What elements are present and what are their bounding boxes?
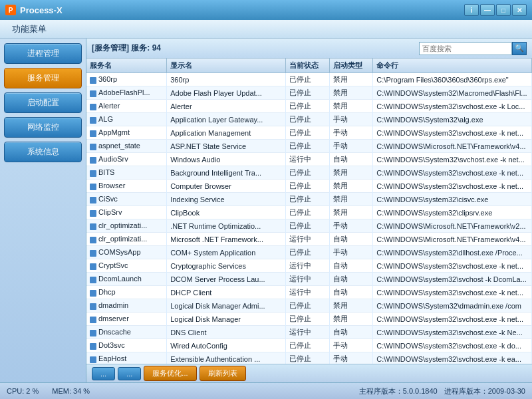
cell-startup: 手动 [329, 352, 373, 364]
cell-cmd: C:\WINDOWS\System32\dmadmin.exe /com [373, 299, 532, 313]
cell-name: COMSysApp [86, 246, 167, 259]
cell-status: 已停止 [286, 140, 330, 153]
minimize-button[interactable]: — [480, 4, 495, 16]
cell-status: 已停止 [286, 193, 330, 206]
cell-cmd: C:\WINDOWS\system32\svchost.exe -k net..… [373, 180, 532, 193]
table-row[interactable]: Browser Computer Browser 已停止 禁用 C:\WINDO… [86, 180, 532, 193]
sidebar-item-service-mgmt[interactable]: 服务管理 [4, 68, 82, 88]
cell-status: 运行中 [286, 153, 330, 166]
cell-cmd: C:\WINDOWS\System32\alg.exe [373, 113, 532, 126]
close-button[interactable]: ✕ [512, 4, 527, 16]
cell-cmd: C:\WINDOWS\system32\svchost.exe -k Ne... [373, 326, 532, 339]
table-row[interactable]: AudioSrv Windows Audio 运行中 自动 C:\WINDOWS… [86, 153, 532, 166]
table-row[interactable]: clr_optimizati... Microsoft .NET Framewo… [86, 233, 532, 246]
cell-status: 已停止 [286, 100, 330, 113]
cell-cmd: C:\WINDOWS\system32\svchost.exe -k net..… [373, 313, 532, 326]
table-row[interactable]: AdobeFlashPl... Adobe Flash Player Updat… [86, 86, 532, 100]
col-header-cmd: 命令行 [373, 59, 532, 73]
cell-status: 已停止 [286, 352, 330, 364]
cell-name: dmadmin [86, 299, 167, 313]
cell-startup: 手动 [329, 339, 373, 352]
table-row[interactable]: Dhcp DHCP Client 运行中 自动 C:\WINDOWS\syste… [86, 286, 532, 299]
table-row[interactable]: dmadmin Logical Disk Manager Admi... 已停止… [86, 299, 532, 313]
table-row[interactable]: EapHost Extensible Authentication ... 已停… [86, 352, 532, 364]
cell-name: clr_optimizati... [86, 219, 167, 233]
cell-display: Alerter [167, 100, 286, 113]
cell-startup: 禁用 [329, 313, 373, 326]
table-row[interactable]: BITS Background Intelligent Tra... 已停止 禁… [86, 166, 532, 180]
col-header-startup: 启动类型 [329, 59, 373, 73]
status-right: 主程序版本：5.0.0.1840 进程库版本：2009-03-30 [359, 386, 525, 396]
cell-display: ASP.NET State Service [167, 140, 286, 153]
table-row[interactable]: 360rp 360rp 已停止 禁用 C:\Program Files\360\… [86, 73, 532, 86]
service-optimize-button[interactable]: 服务优化... [144, 366, 196, 381]
title-bar: P Process-X i — □ ✕ [0, 0, 532, 20]
cell-startup: 禁用 [329, 180, 373, 193]
table-row[interactable]: ClipSrv ClipBook 已停止 禁用 C:\WINDOWS\syste… [86, 206, 532, 219]
table-container[interactable]: 服务名 显示名 当前状态 启动类型 命令行 360rp 360rp 已停止 禁用… [86, 59, 532, 364]
sidebar-item-startup-config[interactable]: 启动配置 [4, 92, 82, 113]
cell-startup: 禁用 [329, 100, 373, 113]
cell-name: clr_optimizati... [86, 233, 167, 246]
table-row[interactable]: DcomLaunch DCOM Server Process Lau... 运行… [86, 273, 532, 286]
table-row[interactable]: CiSvc Indexing Service 已停止 禁用 C:\WINDOWS… [86, 193, 532, 206]
cell-display: Background Intelligent Tra... [167, 166, 286, 180]
cell-name: Alerter [86, 100, 167, 113]
table-row[interactable]: AppMgmt Application Management 已停止 手动 C:… [86, 126, 532, 140]
cell-status: 已停止 [286, 299, 330, 313]
cell-name: ClipSrv [86, 206, 167, 219]
table-row[interactable]: dmserver Logical Disk Manager 已停止 禁用 C:\… [86, 313, 532, 326]
cell-name: AudioSrv [86, 153, 167, 166]
maximize-button[interactable]: □ [496, 4, 511, 16]
info-button[interactable]: i [464, 4, 479, 16]
cell-display: COM+ System Application [167, 246, 286, 259]
right-panel: [服务管理] 服务: 94 🔍 服务名 显示名 当前状态 启动类型 命令行 [86, 39, 532, 382]
search-input[interactable] [419, 42, 512, 55]
cell-display: .NET Runtime Optimizatio... [167, 219, 286, 233]
search-button[interactable]: 🔍 [512, 42, 527, 55]
app-title: Process-X [20, 5, 464, 15]
cell-name: BITS [86, 166, 167, 180]
cell-name: Dnscache [86, 326, 167, 339]
cell-startup: 自动 [329, 286, 373, 299]
cpu-status: CPU: 2 % [7, 387, 39, 395]
tool-btn-2[interactable]: ... [118, 367, 141, 380]
sidebar-item-network-monitor[interactable]: 网络监控 [4, 117, 82, 138]
sidebar-item-process-mgmt[interactable]: 进程管理 [4, 43, 82, 64]
table-row[interactable]: Dnscache DNS Client 运行中 自动 C:\WINDOWS\sy… [86, 326, 532, 339]
cell-display: Logical Disk Manager Admi... [167, 299, 286, 313]
table-row[interactable]: aspnet_state ASP.NET State Service 已停止 手… [86, 140, 532, 153]
cell-status: 已停止 [286, 339, 330, 352]
cell-display: Extensible Authentication ... [167, 352, 286, 364]
cell-startup: 禁用 [329, 206, 373, 219]
cell-status: 已停止 [286, 126, 330, 140]
table-row[interactable]: COMSysApp COM+ System Application 已停止 手动… [86, 246, 532, 259]
cell-status: 已停止 [286, 246, 330, 259]
sidebar-item-sys-info[interactable]: 系统信息 [4, 142, 82, 162]
cell-startup: 手动 [329, 126, 373, 140]
cell-cmd: C:\WINDOWS\system32\svchost.exe -k net..… [373, 286, 532, 299]
cell-cmd: C:\WINDOWS\system32\dllhost.exe /Proce..… [373, 246, 532, 259]
cell-startup: 禁用 [329, 73, 373, 86]
table-row[interactable]: CryptSvc Cryptographic Services 运行中 自动 C… [86, 259, 532, 273]
table-row[interactable]: ALG Application Layer Gateway... 已停止 手动 … [86, 113, 532, 126]
cell-status: 运行中 [286, 326, 330, 339]
table-row[interactable]: clr_optimizati... .NET Runtime Optimizat… [86, 219, 532, 233]
cell-name: aspnet_state [86, 140, 167, 153]
cell-status: 已停止 [286, 113, 330, 126]
sidebar: 进程管理 服务管理 启动配置 网络监控 系统信息 [0, 39, 86, 382]
table-row[interactable]: Alerter Alerter 已停止 禁用 C:\WINDOWS\system… [86, 100, 532, 113]
table-row[interactable]: Dot3svc Wired AutoConfig 已停止 手动 C:\WINDO… [86, 339, 532, 352]
cell-display: ClipBook [167, 206, 286, 219]
cell-startup: 自动 [329, 233, 373, 246]
cell-status: 运行中 [286, 273, 330, 286]
cell-status: 运行中 [286, 286, 330, 299]
cell-name: CiSvc [86, 193, 167, 206]
cell-startup: 手动 [329, 140, 373, 153]
menu-item-functions[interactable]: 功能菜单 [5, 21, 53, 37]
tool-btn-1[interactable]: ... [92, 367, 115, 380]
refresh-list-button[interactable]: 刷新列表 [200, 366, 246, 381]
top-bar: [服务管理] 服务: 94 🔍 [86, 39, 532, 59]
cell-status: 运行中 [286, 259, 330, 273]
cell-display: Logical Disk Manager [167, 313, 286, 326]
